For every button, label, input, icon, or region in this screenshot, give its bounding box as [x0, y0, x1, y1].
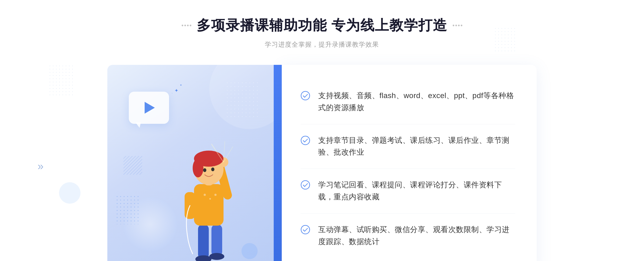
svg-line-10 [140, 172, 142, 175]
svg-line-0 [123, 156, 126, 159]
play-icon [145, 102, 155, 114]
feature-item-2: 支持章节目录、弹题考试、课后练习、课后作业、章节测验、批改作业 [301, 124, 515, 169]
feature-item-3: 学习笔记回看、课程提问、课程评论打分、课件资料下载，重点内容收藏 [301, 169, 515, 214]
header-dots-right [453, 25, 462, 26]
svg-point-22 [193, 159, 203, 177]
features-panel: 支持视频、音频、flash、word、excel、ppt、pdf等各种格式的资源… [282, 65, 537, 261]
blue-accent-bar [274, 65, 282, 261]
check-icon-3 [301, 180, 310, 190]
dots-grid-illus [115, 195, 140, 224]
diagonal-lines-decoration [123, 156, 142, 175]
chevron-decoration-left: » [38, 161, 43, 171]
character-illustration [163, 122, 254, 261]
svg-point-33 [301, 181, 310, 189]
svg-line-4 [123, 156, 139, 171]
dots-decoration-right [494, 27, 515, 54]
svg-point-29 [209, 198, 211, 200]
dots-decoration-left [48, 64, 75, 96]
header-section: 多项录播课辅助功能 专为线上教学打造 学习进度全掌握，提升录播课教学效果 [182, 16, 462, 49]
svg-rect-11 [198, 224, 209, 259]
sparkle-decoration-1: ✦ [174, 88, 178, 94]
svg-point-31 [301, 91, 310, 100]
feature-item-1: 支持视频、音频、flash、word、excel、ppt、pdf等各种格式的资源… [301, 80, 515, 124]
play-bubble [129, 92, 172, 126]
sparkle-decoration-3: · [172, 92, 173, 95]
svg-point-34 [301, 225, 310, 234]
svg-line-7 [130, 162, 142, 175]
feature-text-4: 互动弹幕、试听购买、微信分享、观看次数限制、学习进度跟踪、数据统计 [318, 224, 515, 248]
page-container: » 多项录播课辅助功能 专为线上教学打造 学习进度全掌握，提升录播课教学效果 [0, 0, 644, 261]
title-row: 多项录播课辅助功能 专为线上教学打造 [182, 16, 462, 35]
svg-point-24 [211, 167, 214, 171]
sparkle-decoration-2: ✦ [180, 84, 182, 87]
svg-rect-15 [194, 184, 224, 226]
feature-text-3: 学习笔记回看、课程提问、课程评论打分、课件资料下载，重点内容收藏 [318, 179, 515, 203]
svg-line-27 [224, 147, 233, 162]
feature-text-2: 支持章节目录、弹题考试、课后练习、课后作业、章节测验、批改作业 [318, 135, 515, 159]
svg-point-30 [214, 194, 217, 196]
svg-point-14 [209, 253, 224, 260]
svg-rect-12 [211, 224, 222, 256]
illus-dots-decoration [225, 81, 258, 118]
svg-point-28 [204, 194, 206, 196]
check-icon-1 [301, 91, 310, 100]
feature-item-4: 互动弹幕、试听购买、微信分享、观看次数限制、学习进度跟踪、数据统计 [301, 214, 515, 258]
check-icon-2 [301, 136, 310, 145]
svg-point-13 [195, 255, 211, 261]
svg-point-23 [203, 168, 206, 172]
svg-point-32 [301, 136, 310, 145]
svg-line-9 [136, 169, 142, 175]
illustration-panel: ✦ ✦ · [107, 65, 274, 261]
content-area: ✦ ✦ · [107, 65, 537, 261]
feature-text-1: 支持视频、音频、flash、word、excel、ppt、pdf等各种格式的资源… [318, 90, 515, 114]
play-bubble-bg [129, 92, 169, 124]
check-icon-4 [301, 225, 310, 234]
svg-line-1 [123, 156, 129, 162]
header-dots-left [182, 25, 191, 26]
svg-line-3 [123, 156, 136, 168]
page-title: 多项录播课辅助功能 专为线上教学打造 [197, 16, 447, 35]
svg-line-6 [127, 159, 142, 175]
circle-decoration [59, 182, 80, 204]
page-subtitle: 学习进度全掌握，提升录播课教学效果 [182, 40, 462, 49]
